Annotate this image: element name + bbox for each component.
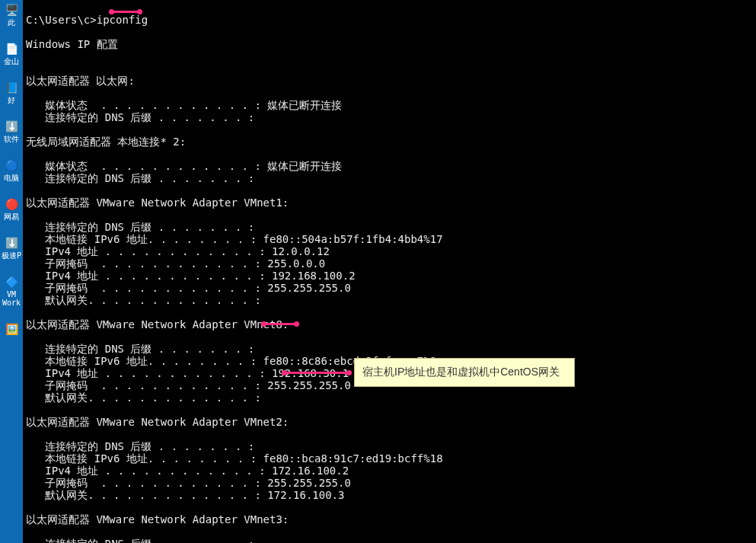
icon-label: 好	[1, 96, 22, 104]
icon-label: 此	[1, 18, 22, 27]
output-label: 媒体状态 . . . . . . . . . . . . :	[26, 99, 261, 111]
app-icon: 📘	[5, 81, 18, 94]
output-header: Windows IP 配置	[26, 38, 118, 50]
output-value: 255.0.0.0	[261, 257, 325, 270]
icon-label: 极速P	[1, 251, 22, 260]
output-label: 连接特定的 DNS 后缀 . . . . . . . :	[26, 343, 254, 355]
output-label: IPv4 地址 . . . . . . . . . . . . :	[26, 465, 266, 477]
highlight-underline-icon	[263, 323, 298, 325]
adapter-title: 以太网适配器 以太网:	[26, 75, 135, 87]
output-value: 172.16.100.2	[266, 465, 349, 477]
output-label: 子网掩码 . . . . . . . . . . . . :	[26, 379, 261, 391]
output-label: 媒体状态 . . . . . . . . . . . . :	[26, 160, 261, 172]
output-label: 连接特定的 DNS 后缀 . . . . . . . :	[26, 111, 254, 123]
highlight-underline-icon	[283, 372, 350, 374]
desktop-icon[interactable]: 🖼️	[0, 322, 23, 337]
desktop-icon[interactable]: ⬇️极速P	[0, 236, 23, 260]
app-icon: 🔴	[5, 197, 18, 211]
output-label: IPv4 地址 . . . . . . . . . . . . :	[26, 367, 266, 379]
app-icon: 🔵	[5, 158, 18, 172]
output-value: 192.168.100.2	[266, 270, 356, 282]
adapter-title: 以太网适配器 VMware Network Adapter VMnet2:	[26, 416, 289, 428]
output-label: IPv4 地址 . . . . . . . . . . . . :	[26, 245, 266, 257]
output-label: 子网掩码 . . . . . . . . . . . . :	[26, 282, 261, 294]
desktop-icon[interactable]: 📘好	[0, 81, 23, 104]
output-value: 媒体已断开连接	[261, 99, 342, 111]
output-label: 连接特定的 DNS 后缀 . . . . . . . :	[26, 172, 254, 184]
output-value: 172.16.100.3	[261, 489, 345, 501]
output-label: 默认网关. . . . . . . . . . . . . :	[26, 294, 261, 306]
output-value: 媒体已断开连接	[261, 160, 342, 172]
desktop-icons-column: 🖥️此 📄金山 📘好 ⬇️软件 🔵电脑 🔴网易 ⬇️极速P 🔷VM Work 🖼…	[0, 0, 23, 543]
output-label: 连接特定的 DNS 后缀 . . . . . . . :	[26, 538, 254, 543]
output-value: 255.255.255.0	[261, 282, 351, 294]
desktop-icon[interactable]: 🔷VM Work	[0, 275, 23, 307]
annotation-note: 宿主机IP地址也是和虚拟机中CentOS网关	[354, 358, 575, 387]
output-value: 255.255.255.0	[261, 379, 351, 391]
icon-label: VM Work	[1, 290, 22, 307]
command-prompt-window[interactable]: C:\Users\c>ipconfig Windows IP 配置 以太网适配器…	[23, 0, 756, 543]
output-label: 默认网关. . . . . . . . . . . . . :	[26, 489, 261, 501]
output-label: 子网掩码 . . . . . . . . . . . . :	[26, 477, 261, 489]
adapter-title: 以太网适配器 VMware Network Adapter VMnet1:	[26, 196, 289, 209]
adapter-title: 以太网适配器 VMware Network Adapter VMnet3:	[26, 513, 289, 525]
output-value: 12.0.0.12	[266, 245, 330, 257]
prompt-path: C:\Users\c>	[26, 14, 97, 26]
output-value: fe80::bca8:91c7:ed19:bcff%18	[257, 452, 442, 465]
output-label: 连接特定的 DNS 后缀 . . . . . . . :	[26, 440, 254, 452]
desktop-icon[interactable]: 🖥️此	[0, 3, 23, 27]
highlight-underline-icon	[110, 11, 141, 13]
output-label: 连接特定的 DNS 后缀 . . . . . . . :	[26, 221, 254, 233]
download-icon: ⬇️	[5, 120, 18, 133]
desktop-icon[interactable]: 🔵电脑	[0, 158, 23, 182]
vmware-icon: 🔷	[5, 275, 18, 289]
output-label: IPv4 地址 . . . . . . . . . . . . :	[26, 270, 266, 282]
computer-icon: 🖥️	[5, 3, 18, 17]
desktop-icon[interactable]: 📄金山	[0, 42, 23, 65]
command-text: ipconfig	[97, 14, 148, 26]
output-value: fe80::504a:b57f:1fb4:4bb4%17	[257, 233, 442, 245]
doc-icon: 📄	[5, 42, 18, 56]
download-icon: ⬇️	[5, 236, 18, 250]
image-icon: 🖼️	[5, 322, 18, 336]
output-label: 子网掩码 . . . . . . . . . . . . :	[26, 257, 261, 270]
output-label: 默认网关. . . . . . . . . . . . . :	[26, 391, 261, 404]
output-value: 255.255.255.0	[261, 477, 351, 489]
annotation-text: 宿主机IP地址也是和虚拟机中CentOS网关	[362, 366, 560, 378]
output-label: 本地链接 IPv6 地址. . . . . . . . :	[26, 355, 257, 367]
desktop-icon[interactable]: ⬇️软件	[0, 120, 23, 143]
adapter-title: 以太网适配器 VMware Network Adapter VMnet8:	[26, 318, 289, 331]
icon-label: 网易	[1, 212, 22, 221]
icon-label: 软件	[1, 135, 22, 143]
desktop-icon[interactable]: 🔴网易	[0, 197, 23, 221]
output-label: 本地链接 IPv6 地址. . . . . . . . :	[26, 233, 257, 245]
icon-label: 电脑	[1, 174, 22, 182]
adapter-title: 无线局域网适配器 本地连接* 2:	[26, 136, 186, 148]
output-label: 本地链接 IPv6 地址. . . . . . . . :	[26, 452, 257, 465]
icon-label: 金山	[1, 57, 22, 65]
